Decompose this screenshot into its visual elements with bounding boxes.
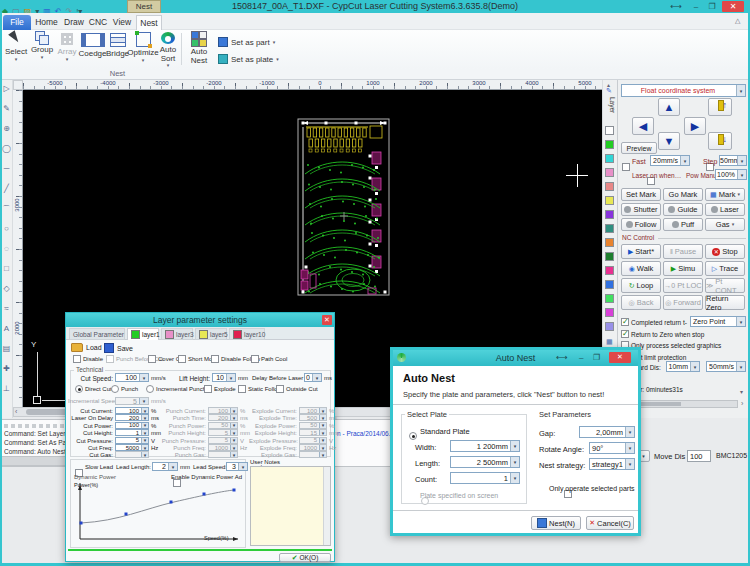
jog-up-button[interactable]: ▲ — [658, 98, 680, 116]
mode-direct-cut[interactable]: Direct Cut — [75, 385, 112, 393]
param-combo[interactable]: 1 — [115, 429, 149, 436]
coedge-button[interactable]: Coedge — [80, 31, 105, 68]
tab-draw[interactable]: Draw — [62, 15, 86, 30]
scroll-left-icon[interactable]: ‹ — [15, 408, 17, 415]
nest-strategy-combo[interactable]: strategy1 — [589, 458, 635, 470]
mode-explode[interactable]: Explode — [204, 385, 236, 393]
param-combo[interactable]: 50 — [299, 422, 327, 429]
dialog-maximize-icon[interactable]: ❐ — [593, 353, 600, 362]
fast-speed-combo[interactable]: 20mm/s — [650, 155, 690, 166]
set-mark-button[interactable]: Set Mark — [621, 188, 661, 201]
close-button[interactable]: ✕ — [722, 1, 744, 12]
tab-file[interactable]: File — [3, 15, 31, 30]
layer-color-swatch[interactable] — [605, 182, 614, 191]
param-combo[interactable]: 5 — [208, 437, 238, 444]
param-combo[interactable] — [299, 451, 327, 458]
nozzle-down-button[interactable]: ↓ — [708, 132, 732, 150]
standard-plate-radio[interactable] — [409, 432, 417, 440]
coordinate-system-combo[interactable]: Float coordinate system — [621, 84, 746, 97]
option-checkbox[interactable] — [621, 330, 629, 338]
set-as-plate-button[interactable]: Set as plate▾ — [218, 52, 282, 66]
walk-button[interactable]: ◉Walk — [621, 261, 661, 276]
auto-nest-title-bar[interactable]: Auto Nest — [393, 350, 638, 366]
simu-button[interactable]: ▶Simu — [663, 261, 703, 276]
layer-tab-layer10[interactable]: layer10 — [229, 328, 265, 340]
param-combo[interactable]: 200 — [115, 414, 149, 421]
preview-button[interactable]: Preview — [621, 142, 657, 154]
layer-color-swatch[interactable] — [605, 266, 614, 275]
check[interactable] — [204, 385, 212, 393]
return-zero-button[interactable]: Return Zero — [705, 295, 745, 310]
dialog-minimize-icon[interactable]: – — [579, 353, 583, 362]
layer-tab-layer3[interactable]: layer3 — [161, 328, 193, 340]
user-notes-box[interactable] — [250, 466, 331, 546]
jog-right-button[interactable]: ▶ — [684, 117, 706, 135]
puff-button[interactable]: Puff — [663, 218, 703, 231]
move-dis-input[interactable]: 100 — [687, 450, 711, 462]
param-combo[interactable]: 200 — [208, 414, 238, 421]
laser-button[interactable]: Laser — [705, 203, 745, 216]
optimize-button[interactable]: Optimize▾ — [129, 31, 157, 68]
mode-punch[interactable]: Punch — [111, 385, 138, 393]
layer-color-swatch[interactable] — [605, 126, 614, 135]
trace-button[interactable]: ▷Trace — [705, 261, 745, 276]
jog-left-button[interactable]: ◀ — [632, 117, 654, 135]
loop-button[interactable]: ↻Loop — [621, 278, 661, 293]
stop-button[interactable]: ✕Stop — [705, 244, 745, 259]
panel-scroll-right-icon[interactable]: › — [741, 400, 743, 407]
checkbox[interactable] — [211, 355, 219, 363]
length-combo[interactable]: 2 500mm — [450, 456, 520, 468]
check-disable[interactable]: Disable — [73, 355, 103, 363]
param-combo[interactable] — [115, 451, 149, 458]
gas-button[interactable]: Gas▾ — [705, 218, 745, 231]
layer-color-swatch[interactable] — [605, 196, 614, 205]
lead-speed-combo[interactable]: 3 — [226, 462, 248, 471]
param-combo[interactable]: 15 — [299, 429, 327, 436]
minimize-button[interactable]: – — [688, 1, 704, 12]
param-combo[interactable]: 5000 — [115, 444, 149, 451]
lead-length-combo[interactable]: 2 — [152, 462, 178, 471]
layer-color-swatch[interactable] — [605, 238, 614, 247]
array-button[interactable]: Array▾ — [55, 31, 79, 68]
start--button[interactable]: ▶Start* — [621, 244, 661, 259]
layer-color-swatch[interactable] — [605, 154, 614, 163]
tab-home[interactable]: Home — [33, 15, 60, 30]
step-combo[interactable]: 50mm — [719, 155, 747, 166]
guide-button[interactable]: Guide — [663, 203, 703, 216]
layer-color-swatch[interactable] — [605, 224, 614, 233]
checkbox[interactable] — [178, 355, 186, 363]
dialog-expand-icon[interactable]: ⟷ — [556, 353, 567, 362]
layer-color-swatch[interactable] — [605, 308, 614, 317]
mark-button[interactable]: ▦Mark▾ — [705, 188, 745, 201]
shutter-button[interactable]: Shutter — [621, 203, 661, 216]
maximize-button[interactable]: ❐ — [704, 1, 720, 12]
layer-dialog-close-button[interactable]: ✕ — [322, 315, 332, 325]
mode-incremental-punch[interactable]: Incremental Punch — [146, 385, 206, 393]
gap-combo[interactable]: 2,00mm — [579, 426, 635, 438]
layer-tab-layer5[interactable]: layer5 — [195, 328, 227, 340]
width-combo[interactable]: 1 200mm — [450, 440, 520, 452]
select-button[interactable]: Select▾ — [3, 31, 29, 68]
param-combo[interactable]: 500 — [299, 414, 327, 421]
check[interactable] — [238, 385, 246, 393]
floating-nest-tab[interactable]: Nest — [127, 0, 161, 13]
pt-loc-button[interactable]: →0Pt LOC — [663, 278, 703, 293]
mode-outside-cut[interactable]: Outside Cut — [276, 385, 318, 393]
param-combo[interactable]: 100 — [208, 407, 238, 414]
go-mark-button[interactable]: Go Mark — [663, 188, 703, 201]
checkbox[interactable] — [106, 355, 114, 363]
layer-color-swatch[interactable] — [605, 280, 614, 289]
panel-scroll-down-icon[interactable]: ▾ — [740, 388, 743, 395]
cancel-button[interactable]: ✕ Cancel(C) — [586, 516, 634, 530]
nested-part-drawing[interactable] — [296, 112, 392, 300]
forward-dis-combo[interactable]: 10mm — [666, 361, 700, 372]
forward-button[interactable]: ◎Forward — [663, 295, 703, 310]
param-combo[interactable]: 5 — [299, 437, 327, 444]
follow-button[interactable]: Follow — [621, 218, 661, 231]
tab-view[interactable]: View — [110, 15, 134, 30]
auto-nest-close-button[interactable]: ✕ — [609, 352, 631, 363]
zero-point-combo[interactable]: Zero Point — [690, 316, 746, 327]
tab-cnc[interactable]: CNC — [88, 15, 108, 30]
param-combo[interactable]: 5 — [208, 429, 238, 436]
param-combo[interactable]: 50 — [208, 422, 238, 429]
